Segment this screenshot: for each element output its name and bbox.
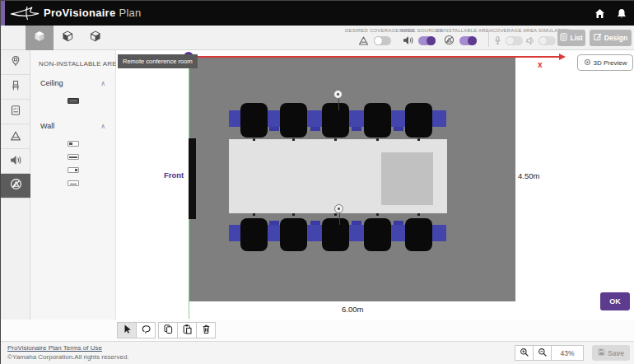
zoom-in-button[interactable]	[515, 345, 534, 361]
toggle-knob	[374, 36, 383, 45]
group-header-wall[interactable]: Wall ∧	[30, 115, 115, 133]
chair-object[interactable]	[364, 218, 391, 251]
delete-tool-button[interactable]	[196, 322, 216, 338]
desk-leg	[394, 221, 403, 225]
3d-preview-label: 3D Preview	[594, 59, 627, 67]
tab-view-1[interactable]	[26, 26, 54, 50]
ok-button[interactable]: OK	[600, 292, 630, 310]
desk-leg	[269, 221, 279, 225]
center-table-inset	[381, 152, 433, 205]
microphone-stem	[338, 98, 339, 110]
app-window: ProVisionaire Plan	[0, 0, 634, 364]
desk-leg	[310, 127, 320, 131]
delete-icon	[201, 323, 212, 338]
desk-segment	[268, 225, 280, 241]
zoom-out-button[interactable]	[533, 345, 552, 361]
bell-icon[interactable]	[617, 7, 627, 22]
tab-view-3[interactable]	[82, 26, 110, 50]
desk-segment	[229, 110, 240, 127]
chair-icon	[10, 80, 21, 95]
sidebar-item-noise-sources[interactable]	[1, 149, 30, 174]
noise-sources-toggle[interactable]	[418, 36, 436, 45]
uninstallable-area-label: UNINSTALLABLE AREA	[436, 28, 485, 33]
list-button[interactable]: List	[557, 30, 585, 46]
group-label: Wall	[40, 122, 54, 130]
snap-dot	[253, 213, 255, 216]
zoom-level-value[interactable]: 43%	[551, 345, 584, 361]
snap-dot	[334, 138, 337, 141]
sidebar-item-checklist[interactable]	[1, 100, 30, 124]
ceiling-object-item[interactable]	[68, 98, 79, 104]
desk-segment	[391, 110, 405, 127]
coverage-icon	[358, 34, 369, 49]
simulation-speaker-toggle[interactable]	[538, 36, 556, 45]
plan-canvas[interactable]: x Remote conference room	[116, 50, 634, 320]
toolbar-divider	[488, 29, 489, 47]
desk-segment	[391, 225, 405, 241]
chair-object[interactable]	[240, 103, 268, 138]
x-axis-arrow	[559, 54, 566, 60]
front-display-object[interactable]	[189, 138, 196, 219]
copy-icon	[163, 323, 174, 338]
chair-object[interactable]	[240, 218, 268, 251]
footer-bar: ProVisionaire Plan Terms of Use ©Yamaha …	[1, 341, 634, 364]
chair-object[interactable]	[322, 103, 349, 138]
desk-segment	[349, 110, 364, 127]
sidebar-item-uninstallable-area[interactable]	[1, 174, 30, 198]
room-height-dimension: 4.50m	[518, 171, 539, 180]
simulation-mic-toggle[interactable]	[506, 36, 523, 45]
uninstallable-area-toggle[interactable]	[459, 36, 477, 45]
desk-leg	[310, 221, 320, 225]
desk-segment	[229, 225, 240, 241]
select-icon	[122, 323, 133, 338]
terms-of-use-link[interactable]: ProVisionaire Plan Terms of Use	[7, 344, 129, 352]
microphone-object[interactable]	[333, 90, 343, 99]
sidebar-item-desired-coverage-area[interactable]	[1, 124, 30, 149]
desired-coverage-area-toggle[interactable]	[374, 36, 391, 45]
desk-leg	[352, 127, 361, 131]
chair-object[interactable]	[280, 103, 307, 138]
snap-dot	[292, 213, 295, 216]
snap-dot	[253, 138, 255, 141]
snap-dot	[376, 138, 379, 141]
panel-title: NON-INSTALLABLE AREAS	[30, 50, 115, 72]
chair-object[interactable]	[322, 218, 349, 251]
sidebar-item-placement[interactable]	[1, 50, 30, 75]
desk-segment	[349, 225, 364, 241]
save-button[interactable]: Save	[592, 345, 630, 361]
design-button[interactable]: Design	[590, 30, 632, 46]
tab-view-2[interactable]	[54, 26, 82, 50]
3d-preview-button[interactable]: 3D Preview	[577, 54, 633, 71]
x-axis-label: x	[538, 60, 543, 69]
group-header-ceiling[interactable]: Ceiling ∧	[30, 72, 115, 91]
snap-dot	[376, 213, 379, 216]
copy-tool-button[interactable]	[158, 322, 178, 338]
save-button-label: Save	[608, 349, 624, 357]
logo-icon	[11, 6, 40, 24]
chevron-up-icon: ∧	[100, 80, 105, 87]
lasso-tool-button[interactable]	[136, 322, 156, 338]
app-title-secondary: Plan	[119, 7, 141, 19]
microphone-object[interactable]	[334, 204, 343, 213]
toggle-knob	[506, 36, 515, 45]
wall-object-item[interactable]	[68, 180, 79, 186]
paste-tool-button[interactable]	[177, 322, 197, 338]
chair-object[interactable]	[364, 103, 391, 138]
wall-object-item[interactable]	[68, 167, 79, 173]
chair-object[interactable]	[405, 103, 432, 138]
paste-icon	[182, 323, 193, 338]
zoom-out-icon	[538, 346, 548, 361]
chair-object[interactable]	[280, 218, 307, 251]
sidebar-item-furniture[interactable]	[1, 75, 30, 100]
room-width-dimension: 6.00m	[342, 305, 363, 314]
wall-object-item[interactable]	[68, 154, 79, 160]
desired-coverage-area-label: DESIRED COVERAGE AREA	[345, 28, 404, 33]
snap-dot	[417, 213, 420, 216]
wall-object-item[interactable]	[68, 141, 79, 147]
desk-segment	[307, 110, 322, 127]
home-icon[interactable]	[594, 7, 605, 22]
select-tool-button[interactable]	[117, 322, 137, 338]
toggle-knob	[538, 36, 548, 45]
save-icon	[598, 348, 605, 357]
chair-object[interactable]	[405, 218, 432, 251]
